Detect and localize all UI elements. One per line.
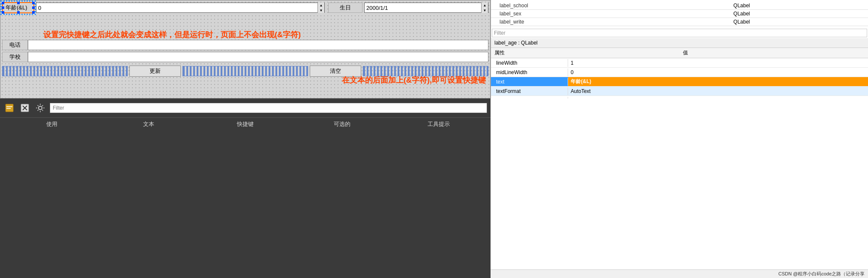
prop-row-textformat[interactable]: textFormat AutoText: [491, 87, 868, 96]
class-name-school: label_school: [491, 2, 730, 10]
phone-input[interactable]: [28, 40, 488, 50]
school-label: 学校: [2, 52, 28, 62]
bottom-right-props-area: [491, 99, 868, 269]
prop-value-midlinewidth: 0: [568, 69, 868, 76]
age-spin-arrows[interactable]: ▲ ▼: [317, 3, 324, 13]
svg-point-6: [39, 106, 42, 110]
class-name-sex: label_sex: [491, 10, 730, 18]
col-header-shortcut: 快捷键: [197, 120, 294, 129]
dash-middle: [183, 66, 308, 76]
handle-tr: [32, 2, 35, 4]
age-spin-down[interactable]: ▼: [318, 8, 324, 13]
form-row-age: 年龄(&L) 0 ▲ ▼ 生日 2000/1/1 ▲ ▼: [2, 2, 488, 13]
col-header-value: 值: [679, 48, 868, 58]
class-type-school: QLabel: [730, 2, 868, 10]
right-panel-top: label_school QLabel label_sex QLabel lab…: [491, 0, 868, 99]
props-header-label: label_age : QLabel: [491, 38, 868, 48]
handle-br: [32, 11, 35, 14]
filter-placeholder-top: Filter: [494, 30, 506, 36]
col-header-property: 属性: [491, 48, 679, 58]
prop-row-linewidth[interactable]: lineWidth 1: [491, 58, 868, 68]
col-header-tooltip: 工具提示: [390, 120, 487, 129]
footer-text: CSDN @程序小白码code之路（记录分享: [778, 271, 865, 276]
birthday-spin-up[interactable]: ▲: [482, 3, 488, 8]
birthday-spin-arrows[interactable]: ▲ ▼: [481, 3, 488, 13]
col-header-text: 文本: [100, 120, 197, 129]
bottom-left-panel: 使用 文本 快捷键 可选的 工具提示: [0, 99, 491, 278]
class-name-write: label_write: [491, 18, 730, 26]
age-label: 年龄(&L): [6, 4, 27, 12]
annotation-2: 在文本的后面加上(&字符),即可设置快捷键: [342, 75, 486, 85]
annotation-1: 设置完快捷键之后此处就会变成这样，但是运行时，页面上不会出现(&字符): [43, 30, 301, 40]
form-area: 年龄(&L) 0 ▲ ▼ 生日 2000/1/1 ▲ ▼ 设置完快捷键之后此处就…: [0, 0, 491, 99]
settings-icon[interactable]: [34, 102, 46, 114]
prop-value-textformat: AutoText: [568, 87, 868, 95]
svg-rect-2: [6, 108, 11, 109]
prop-name-midlinewidth: midLineWidth: [491, 69, 568, 76]
age-value: 0: [36, 5, 317, 11]
phone-label: 电话: [2, 40, 28, 50]
props-rows: lineWidth 1 midLineWidth 0 text 年龄(&L) t…: [491, 58, 868, 99]
prop-value-linewidth: 1: [568, 59, 868, 67]
class-table: label_school QLabel label_sex QLabel lab…: [491, 2, 868, 26]
birthday-input[interactable]: 2000/1/1 ▲ ▼: [364, 3, 488, 13]
class-type-sex: QLabel: [730, 10, 868, 18]
handle-tm: [17, 2, 20, 4]
update-button[interactable]: 更新: [129, 66, 181, 77]
prop-name-linewidth: lineWidth: [491, 59, 568, 67]
form-row-phone: 电话: [2, 40, 488, 50]
filter-input-bottom[interactable]: [50, 103, 487, 113]
form-row-school: 学校: [2, 52, 488, 62]
handle-bl: [2, 11, 4, 14]
age-label-box: 年龄(&L): [2, 2, 34, 13]
props-top-items: label_school QLabel label_sex QLabel lab…: [491, 0, 868, 28]
prop-row-text[interactable]: text 年龄(&L): [491, 77, 868, 87]
birthday-label: 生日: [328, 3, 362, 13]
age-spin-input[interactable]: 0 ▲ ▼: [36, 3, 325, 13]
prop-value-text: 年龄(&L): [568, 77, 868, 86]
school-input[interactable]: [28, 52, 488, 62]
document-icon[interactable]: [3, 102, 15, 114]
handle-bm: [17, 11, 20, 14]
svg-rect-1: [6, 106, 12, 107]
col-header-optional: 可选的: [293, 120, 390, 129]
props-columns: 属性 值: [491, 48, 868, 58]
birthday-value: 2000/1/1: [365, 5, 481, 11]
col-header-use: 使用: [3, 120, 100, 129]
class-row-sex: label_sex QLabel: [491, 10, 868, 18]
handle-tl: [2, 2, 4, 4]
bottom-toolbar: [0, 99, 491, 117]
columns-header: 使用 文本 快捷键 可选的 工具提示: [0, 117, 491, 131]
class-type-write: QLabel: [730, 18, 868, 26]
class-row-school: label_school QLabel: [491, 2, 868, 10]
bottom-content-area: [0, 131, 491, 278]
footer-bar: CSDN @程序小白码code之路（记录分享: [491, 269, 868, 278]
filter-bar-top[interactable]: Filter: [492, 29, 867, 37]
handle-ml: [2, 6, 4, 9]
bottom-right-panel: CSDN @程序小白码code之路（记录分享: [491, 99, 868, 278]
dash-left: [2, 66, 128, 76]
handle-mr: [32, 6, 35, 9]
close-icon[interactable]: [19, 102, 31, 114]
prop-name-text: text: [491, 78, 568, 86]
prop-row-midlinewidth[interactable]: midLineWidth 0: [491, 68, 868, 77]
class-row-write: label_write QLabel: [491, 18, 868, 26]
prop-name-textformat: textFormat: [491, 87, 568, 95]
age-spin-up[interactable]: ▲: [318, 3, 324, 8]
birthday-spin-down[interactable]: ▼: [482, 8, 488, 13]
